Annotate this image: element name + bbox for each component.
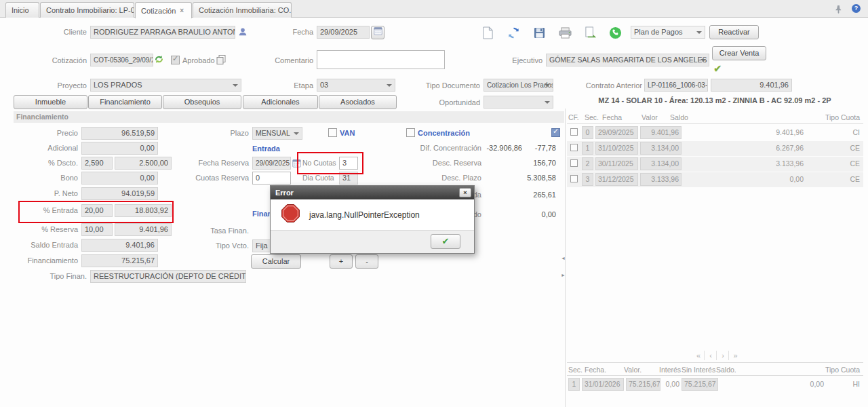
bono-input[interactable]: 0,00 [81, 172, 158, 185]
pagination-prev-icon[interactable]: ‹ [705, 351, 717, 360]
dscto-valor-input[interactable]: 2.500,00 [115, 157, 172, 170]
sync-icon[interactable] [155, 54, 163, 66]
reserva-pct-label: % Reserva [14, 223, 78, 236]
fecha-reserva-input[interactable]: 29/09/2025 [252, 157, 291, 170]
adicional-input[interactable]: 0,00 [81, 142, 158, 155]
row-checkbox[interactable] [570, 175, 578, 182]
pagination-first-icon[interactable]: « [693, 351, 705, 360]
concentracion-checkbox[interactable] [406, 128, 415, 137]
aprobado-checkbox[interactable] [171, 56, 180, 64]
desc-plazo-value: 5.308,58 [484, 172, 556, 185]
cell-tipo-cuota: HI [834, 378, 860, 391]
nav-obsequios-button[interactable]: Obsequios [163, 95, 241, 109]
oportunidad-select[interactable] [484, 96, 553, 109]
tab-cotizacion[interactable]: Cotización × [135, 2, 192, 18]
tipo-finan-input[interactable]: REESTRUCTURACIÓN (DEPTO DE CRÉDITO) [90, 270, 246, 283]
plus-button[interactable]: + [330, 254, 353, 269]
pneto-input[interactable]: 94.019,59 [81, 187, 158, 200]
whatsapp-icon[interactable] [606, 24, 624, 41]
col-header-sec: Sec. [568, 364, 583, 375]
concentracion-label[interactable]: Concentración [418, 127, 470, 140]
ejecutivo-label: Ejecutivo [502, 54, 542, 67]
nav-asociados-button[interactable]: Asociados [319, 95, 397, 109]
error-message: java.lang.NullPointerException [309, 210, 420, 220]
entrada-link[interactable]: Entrada [252, 142, 280, 155]
cell-saldo: 0,00 [698, 173, 804, 186]
nav-financiamiento-button[interactable]: Financiamiento [88, 95, 162, 109]
crear-venta-button[interactable]: Crear Venta [712, 46, 766, 60]
calcular-button[interactable]: Calcular [251, 254, 301, 269]
entrada-valor-input[interactable]: 18.803,92 [115, 204, 172, 217]
tab-bar: Inicio Contrato Inmobiliario: LP-0... × … [0, 0, 868, 18]
cell-saldo: 6.267,96 [698, 142, 804, 155]
entrada-pct-input[interactable]: 20,00 [81, 204, 113, 217]
financiamiento-link[interactable]: Finan [252, 208, 272, 220]
col-header-sin-interes: Sin Interés [682, 364, 715, 375]
precio-input[interactable]: 96.519,59 [81, 127, 158, 140]
fecha-input[interactable]: 29/09/2025 [317, 26, 370, 39]
proyecto-value: LOS PRADOS [94, 81, 142, 89]
reserva-pct-input[interactable]: 10,00 [81, 223, 113, 236]
pagination-last-icon[interactable]: » [730, 351, 741, 360]
dscto-pct-input[interactable]: 2,590 [81, 157, 113, 170]
app-window: Inicio Contrato Inmobiliario: LP-0... × … [0, 0, 868, 407]
cell-saldo: 9.401,96 [698, 126, 804, 139]
bono-label: Bono [14, 172, 78, 185]
splitter-left-icon[interactable]: ◄ [561, 256, 566, 261]
dia-cuota-input[interactable]: 31 [339, 172, 358, 185]
concentracion-active-checkbox[interactable] [551, 128, 560, 137]
table-header-divider [567, 123, 863, 124]
calendar-icon [374, 26, 382, 35]
contact-icon[interactable] [238, 27, 248, 39]
tipo-documento-select[interactable]: Cotizacion Los Prados [484, 79, 553, 92]
reserva-valor-input[interactable]: 9.401,96 [115, 223, 172, 236]
fecha-calendar-button[interactable] [371, 26, 384, 39]
tipo-vcto-input[interactable]: Fija [252, 239, 271, 252]
dialog-title-bar[interactable]: Error × [271, 186, 474, 199]
close-icon[interactable]: × [459, 188, 471, 197]
tab-inicio[interactable]: Inicio [5, 2, 39, 18]
new-document-icon[interactable] [479, 24, 496, 41]
row-checkbox[interactable] [570, 159, 578, 167]
etapa-select[interactable]: 03 [317, 79, 395, 92]
plan-de-pagos-select[interactable]: Plan de Pagos [631, 26, 705, 39]
pin-icon[interactable] [835, 4, 842, 16]
calendar-icon[interactable] [292, 158, 301, 170]
cell-sec: 3 [582, 173, 593, 186]
save-icon[interactable] [530, 24, 548, 41]
contrato-anterior-label: Contrato Anterior [576, 79, 642, 92]
proyecto-select[interactable]: LOS PRADOS [90, 79, 241, 92]
saldo-entrada-input[interactable]: 9.401,96 [81, 239, 158, 252]
no-cuotas-input[interactable]: 3 [339, 157, 358, 170]
tab-contrato-inmobiliario[interactable]: Contrato Inmobiliario: LP-0... × [40, 2, 134, 18]
copy-icon[interactable] [216, 54, 226, 68]
van-checkbox[interactable] [328, 128, 337, 137]
help-icon[interactable]: ? [852, 4, 861, 13]
cliente-input[interactable]: RODRIGUEZ PARRAGA BRAULIO ANTONIO [90, 26, 235, 39]
ejecutivo-select[interactable]: GÓMEZ SALAS MARGARITA DE LOS ANGELES [546, 54, 709, 66]
dialog-ok-button[interactable]: ✔ [431, 234, 460, 249]
tab-cotizacion-inmobiliaria[interactable]: Cotización Inmobiliaria: CO... × [193, 2, 292, 18]
reactivar-button[interactable]: Reactivar [709, 25, 759, 39]
minus-button[interactable]: - [355, 254, 378, 269]
plazo-select[interactable]: MENSUAL [252, 127, 302, 140]
close-tab-icon[interactable]: × [180, 7, 184, 14]
nav-inmueble-button[interactable]: Inmueble [14, 95, 87, 109]
pagination-next-icon[interactable]: › [717, 351, 729, 360]
financiamiento-label: Financiamiento [14, 254, 78, 267]
cell-tipo-cuota: CE [831, 173, 860, 186]
contrato-anterior-input[interactable]: LP-01166_1006-03-14-1 [644, 79, 708, 92]
row-checkbox[interactable] [570, 128, 578, 136]
print-icon[interactable] [556, 24, 574, 41]
splitter-right-icon[interactable]: ► [561, 273, 566, 278]
row-checkbox[interactable] [570, 144, 578, 151]
export-icon[interactable] [582, 24, 599, 41]
nav-adicionales-button[interactable]: Adicionales [243, 95, 318, 109]
cuotas-reserva-input[interactable]: 0 [252, 172, 291, 185]
van-label[interactable]: VAN [340, 127, 355, 140]
tab-label: Cotización [141, 7, 176, 15]
financiamiento-input[interactable]: 75.215,67 [81, 254, 158, 267]
comentario-textarea[interactable] [317, 50, 445, 69]
cotizacion-input[interactable]: COT-05306_29/09/20 [90, 54, 153, 66]
refresh-icon[interactable] [505, 24, 522, 41]
